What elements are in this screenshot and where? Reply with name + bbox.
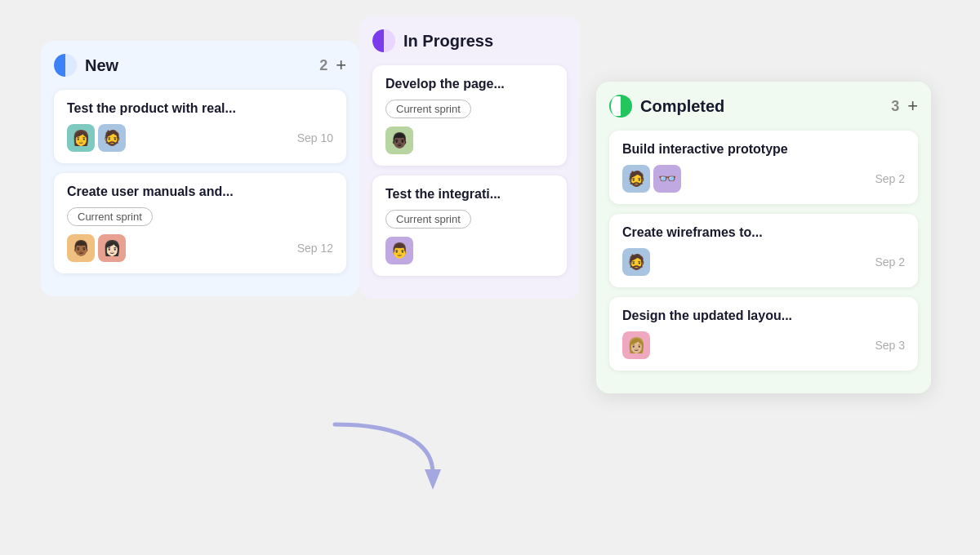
sprint-badge: Current sprint — [385, 100, 471, 118]
task-avatars: 👩🏼 — [622, 331, 650, 359]
avatar: 👨 — [385, 237, 413, 264]
task-avatars: 👨🏿 — [385, 127, 413, 154]
svg-marker-0 — [425, 469, 441, 490]
new-add-button[interactable]: + — [336, 56, 346, 74]
task-title: Develop the page... — [385, 77, 554, 91]
task-date: Sep 2 — [875, 255, 905, 269]
avatar: 👨🏿 — [385, 127, 413, 154]
new-column-title: New — [85, 56, 311, 75]
kanban-board: New 2 + Test the product with real... 👩 … — [41, 16, 939, 539]
task-date: Sep 2 — [875, 172, 905, 185]
new-status-icon — [54, 54, 77, 77]
task-footer: 👨🏾 👩🏻 Sep 12 — [67, 234, 333, 262]
avatar: 👩🏻 — [98, 234, 126, 262]
avatar: 👩🏼 — [622, 331, 650, 359]
task-card[interactable]: Design the updated layou... 👩🏼 Sep 3 — [609, 297, 918, 371]
task-title: Create wireframes to... — [622, 225, 905, 240]
in-progress-column-title: In Progress — [403, 32, 567, 51]
task-title: Design the updated layou... — [622, 309, 905, 323]
task-date: Sep 12 — [297, 242, 333, 255]
completed-add-button[interactable]: + — [907, 97, 918, 115]
avatar: 👩 — [67, 124, 95, 152]
task-footer: 🧔 Sep 2 — [622, 248, 905, 276]
column-in-progress: In Progress Develop the page... Current … — [359, 16, 580, 299]
task-card[interactable]: Create user manuals and... Current sprin… — [54, 173, 346, 273]
avatar: 🧔 — [622, 165, 650, 193]
column-new: New 2 + Test the product with real... 👩 … — [41, 41, 359, 296]
task-avatars: 👨🏾 👩🏻 — [67, 234, 126, 262]
column-completed-header: Completed 3 + — [609, 95, 918, 118]
task-footer: 👩 🧔 Sep 10 — [67, 124, 333, 152]
avatar: 👓 — [653, 165, 681, 193]
column-in-progress-header: In Progress — [372, 29, 567, 52]
completed-column-count: 3 — [891, 98, 899, 115]
task-card[interactable]: Test the integrati... Current sprint 👨 — [372, 175, 567, 276]
sprint-badge: Current sprint — [385, 210, 471, 229]
task-card[interactable]: Develop the page... Current sprint 👨🏿 — [372, 65, 567, 166]
avatar: 👨🏾 — [67, 234, 95, 262]
task-card[interactable]: Create wireframes to... 🧔 Sep 2 — [609, 214, 918, 287]
task-avatars: 👨 — [385, 237, 413, 264]
arrow-decoration — [318, 416, 449, 498]
new-column-count: 2 — [319, 57, 327, 74]
task-footer: 🧔 👓 Sep 2 — [622, 165, 905, 193]
task-footer: 👩🏼 Sep 3 — [622, 331, 905, 359]
task-footer: 👨🏿 — [385, 127, 554, 154]
avatar: 🧔 — [98, 124, 126, 152]
task-avatars: 🧔 👓 — [622, 165, 681, 193]
completed-column-title: Completed — [640, 97, 883, 116]
task-title: Build interactive prototype — [622, 142, 905, 157]
task-footer: 👨 — [385, 237, 554, 264]
task-card[interactable]: Test the product with real... 👩 🧔 Sep 10 — [54, 90, 346, 163]
column-completed: Completed 3 + Build interactive prototyp… — [596, 82, 931, 393]
task-title: Test the product with real... — [67, 101, 333, 116]
avatar: 🧔 — [622, 248, 650, 276]
task-title: Test the integrati... — [385, 187, 554, 202]
task-avatars: 🧔 — [622, 248, 650, 276]
in-progress-status-icon — [372, 29, 395, 52]
task-card[interactable]: Build interactive prototype 🧔 👓 Sep 2 — [609, 131, 918, 204]
task-date: Sep 3 — [875, 339, 905, 352]
task-title: Create user manuals and... — [67, 184, 333, 199]
task-date: Sep 10 — [297, 131, 333, 144]
column-new-header: New 2 + — [54, 54, 346, 77]
task-avatars: 👩 🧔 — [67, 124, 126, 152]
sprint-badge: Current sprint — [67, 207, 153, 226]
completed-status-icon — [609, 95, 632, 118]
